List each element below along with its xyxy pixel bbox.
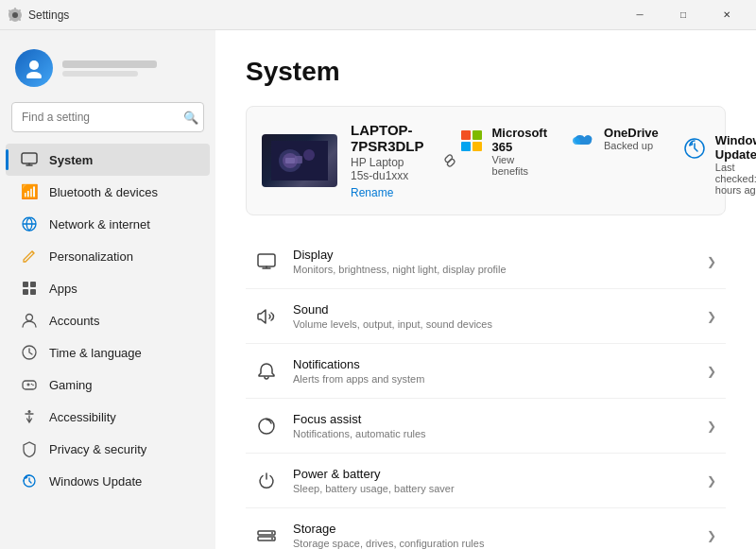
nav-label-gaming: Gaming [49,378,93,392]
focus-desc: Notifications, automatic rules [293,428,692,439]
winupdate-status[interactable]: Windows Update Last checked: 4 hours ago [681,133,756,196]
device-model: HP Laptop 15s-du1xxx [351,156,424,182]
winupdate-icon [681,135,708,162]
thumbnail-image [271,141,328,180]
settings-app-icon [8,8,23,23]
power-content: Power & battery Sleep, battery usage, ba… [293,467,692,494]
svg-point-7 [26,315,33,321]
network-icon [21,215,38,232]
device-rename-link[interactable]: Rename [351,186,424,199]
content-area: System [215,30,756,549]
nav-item-gaming[interactable]: Gaming [6,369,210,401]
onedrive-info: OneDrive Backed up [604,126,659,151]
sound-icon [255,305,278,328]
maximize-button[interactable]: □ [662,0,705,30]
storage-desc: Storage space, drives, configuration rul… [293,538,692,549]
settings-item-notifications[interactable]: Notifications Alerts from apps and syste… [246,344,726,399]
nav-item-bluetooth[interactable]: 📶 Bluetooth & devices [6,176,210,208]
onedrive-status[interactable]: OneDrive Backed up [570,126,659,196]
nav-item-privacy[interactable]: Privacy & security [6,433,210,465]
storage-content: Storage Storage space, drives, configura… [293,522,692,549]
sidebar: 🔍 System 📶 Bluetooth & devices Network &… [0,30,215,549]
settings-item-display[interactable]: Display Monitors, brightness, night ligh… [246,234,726,289]
profile-info [62,60,157,77]
svg-rect-6 [30,289,36,295]
svg-point-10 [31,384,33,386]
titlebar-title: Settings [28,9,69,22]
nav-item-time[interactable]: Time & language [6,336,210,369]
privacy-icon [21,440,38,457]
display-desc: Monitors, brightness, night light, displ… [293,264,692,275]
power-title: Power & battery [293,467,692,481]
notifications-icon [255,360,278,383]
titlebar: Settings ─ □ ✕ [0,0,756,30]
settings-item-storage[interactable]: Storage Storage space, drives, configura… [246,508,726,549]
profile-section[interactable] [0,42,215,98]
sound-content: Sound Volume levels, output, input, soun… [293,302,692,330]
search-input[interactable] [11,102,204,132]
notifications-title: Notifications [293,357,692,371]
svg-point-11 [32,385,34,386]
update-icon [21,472,38,489]
nav-label-system: System [49,153,93,167]
svg-rect-20 [258,254,275,266]
nav-label-accessibility: Accessibility [49,410,116,424]
ms365-title: Microsoft 365 [492,126,548,154]
nav-item-system[interactable]: System [6,144,210,176]
display-content: Display Monitors, brightness, night ligh… [293,248,692,275]
device-thumbnail [262,134,337,187]
close-button[interactable]: ✕ [705,0,748,30]
nav-item-apps[interactable]: Apps [6,272,210,304]
ms365-status[interactable]: Microsoft 365 View benefits [458,126,548,196]
minimize-button[interactable]: ─ [618,0,662,30]
display-chevron-icon: ❯ [707,255,716,268]
svg-rect-18 [295,156,302,163]
settings-item-power[interactable]: Power & battery Sleep, battery usage, ba… [246,454,726,508]
display-title: Display [293,248,692,262]
accounts-icon [21,312,38,329]
svg-rect-3 [23,282,28,287]
sound-desc: Volume levels, output, input, sound devi… [293,318,692,330]
nav-label-network: Network & internet [49,217,150,232]
display-icon [255,250,278,273]
notifications-desc: Alerts from apps and system [293,373,692,385]
personalization-icon [21,248,38,265]
device-image [262,134,337,187]
svg-rect-17 [285,158,295,163]
time-icon [21,344,38,361]
device-name: LAPTOP-7PSR3DLP [351,122,424,154]
nav-item-accessibility[interactable]: Accessibility [6,401,210,433]
focus-content: Focus assist Notifications, automatic ru… [293,412,692,439]
search-box[interactable]: 🔍 [11,102,204,132]
power-chevron-icon: ❯ [707,474,716,488]
device-right: Microsoft 365 View benefits OneDrive Bac… [458,126,756,196]
storage-title: Storage [293,522,692,536]
page-title: System [246,57,726,87]
nav-item-update[interactable]: Windows Update [6,465,210,497]
nav-item-network[interactable]: Network & internet [6,208,210,240]
onedrive-title: OneDrive [604,126,659,140]
search-icon: 🔍 [183,111,198,125]
svg-rect-2 [22,153,37,163]
titlebar-controls: ─ □ ✕ [618,0,748,30]
svg-point-12 [28,410,31,413]
nav-label-accounts: Accounts [49,314,99,328]
nav-item-personalization[interactable]: Personalization [6,240,210,272]
onedrive-icon [570,128,596,154]
sound-chevron-icon: ❯ [707,310,716,323]
avatar [15,49,53,87]
onedrive-subtitle: Backed up [604,140,659,151]
notifications-content: Notifications Alerts from apps and syste… [293,357,692,385]
nav-label-time: Time & language [49,346,142,360]
power-desc: Sleep, battery usage, battery saver [293,483,692,494]
device-left: LAPTOP-7PSR3DLP HP Laptop 15s-du1xxx Ren… [262,122,458,199]
accessibility-icon [21,408,38,425]
settings-item-sound[interactable]: Sound Volume levels, output, input, soun… [246,289,726,344]
settings-item-focus[interactable]: Focus assist Notifications, automatic ru… [246,399,726,454]
ms365-subtitle: View benefits [492,154,548,177]
nav-label-personalization: Personalization [49,249,133,264]
device-card: LAPTOP-7PSR3DLP HP Laptop 15s-du1xxx Ren… [246,106,726,215]
nav-item-accounts[interactable]: Accounts [6,304,210,336]
svg-point-16 [303,149,315,161]
profile-name [62,60,157,68]
